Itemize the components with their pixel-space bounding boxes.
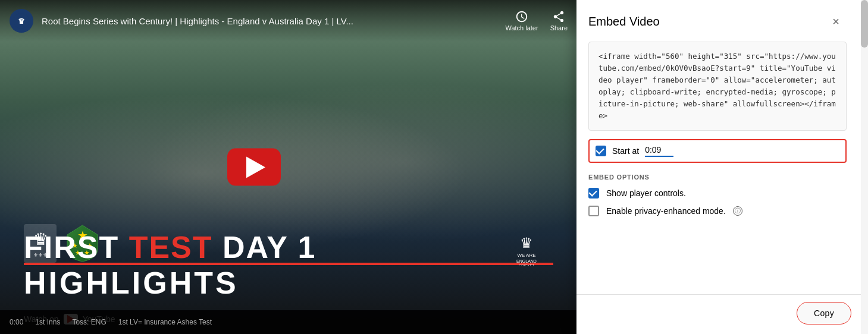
overlay-white2: DAY 1	[213, 230, 317, 264]
svg-text:ENGLAND: ENGLAND	[516, 259, 537, 263]
modal-scrollbar[interactable]	[861, 0, 868, 334]
video-top-bar: ♛ Root Begins Series with Century! | Hig…	[0, 0, 577, 42]
privacy-mode-checkbox[interactable]	[588, 206, 599, 216]
play-button[interactable]	[227, 149, 281, 186]
start-at-checkbox[interactable]	[596, 146, 606, 156]
watch-later-button[interactable]: Watch later	[505, 10, 538, 31]
overlay-red: TEST	[129, 230, 213, 264]
video-bottom-bar: 0:00 1st Inns Toss: ENG 1st LV= Insuranc…	[0, 310, 577, 334]
innings-label: 1st Inns	[35, 318, 60, 326]
modal-inner: Embed Video × <iframe width="560" height…	[576, 0, 861, 294]
close-button[interactable]: ×	[825, 11, 847, 32]
start-at-label: Start at	[612, 146, 639, 156]
show-controls-row: Show player controls.	[588, 188, 847, 198]
start-at-input[interactable]	[645, 145, 673, 157]
embed-options-label: EMBED OPTIONS	[588, 174, 847, 181]
match-label: 1st LV= Insurance Ashes Test	[118, 318, 212, 326]
privacy-info-icon[interactable]: ⓘ	[733, 206, 742, 216]
video-top-actions: Watch later Share	[505, 10, 568, 31]
svg-text:♛: ♛	[18, 17, 25, 26]
video-overlay-text: FIRST TEST DAY 1 HIGHLIGHTS	[24, 232, 553, 298]
watch-later-label: Watch later	[505, 24, 538, 31]
share-button[interactable]: Share	[550, 10, 568, 31]
embed-code-box[interactable]: <iframe width="560" height="315" src="ht…	[588, 42, 847, 131]
progress-time: 0:00	[10, 318, 23, 326]
svg-text:WE ARE: WE ARE	[517, 253, 535, 258]
start-at-row: Start at	[588, 139, 847, 163]
svg-text:CRICKET: CRICKET	[519, 264, 535, 266]
channel-avatar: ♛	[10, 9, 33, 33]
copy-button[interactable]: Copy	[797, 302, 851, 324]
show-controls-label: Show player controls.	[606, 188, 686, 198]
privacy-mode-row: Enable privacy-enhanced mode. ⓘ	[588, 206, 847, 216]
copy-button-row: Copy	[576, 294, 861, 334]
svg-text:♛: ♛	[520, 235, 533, 251]
overlay-line1: FIRST TEST DAY 1	[24, 232, 553, 263]
scrollbar-thumb[interactable]	[861, 0, 868, 48]
video-thumbnail: ♛ Root Begins Series with Century! | Hig…	[0, 0, 577, 334]
share-label: Share	[550, 24, 568, 31]
toss-label: Toss: ENG	[72, 318, 106, 326]
embed-modal: Embed Video × <iframe width="560" height…	[576, 0, 868, 334]
overlay-white1: FIRST	[24, 230, 129, 264]
show-controls-checkbox[interactable]	[588, 188, 599, 198]
overlay-line2: HIGHLIGHTS	[24, 263, 553, 298]
video-title: Root Begins Series with Century! | Highl…	[42, 16, 497, 26]
privacy-mode-label: Enable privacy-enhanced mode.	[606, 206, 726, 216]
modal-title: Embed Video	[588, 15, 660, 29]
england-cricket-logo: ♛ WE ARE ENGLAND CRICKET	[512, 233, 541, 266]
modal-header: Embed Video ×	[588, 11, 847, 32]
